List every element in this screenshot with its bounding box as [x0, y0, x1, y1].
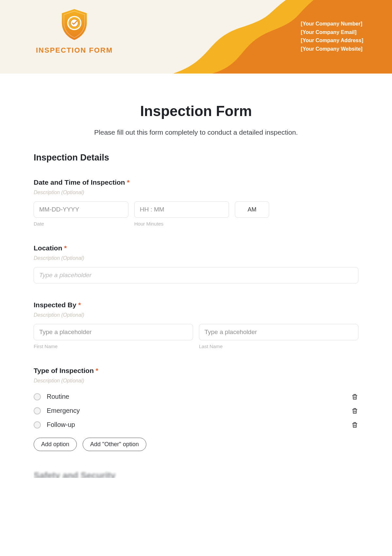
date-input[interactable]: [34, 201, 128, 218]
time-caption: Hour Minutes: [134, 221, 229, 227]
company-info: [Your Company Number] [Your Company Emai…: [301, 20, 363, 53]
last-name-input[interactable]: [199, 324, 358, 340]
radio-label[interactable]: Emergency: [47, 407, 351, 414]
field-description[interactable]: Description (Optional): [34, 255, 358, 261]
radio-input[interactable]: [34, 393, 41, 400]
field-label: Location *: [34, 244, 358, 252]
required-asterisk: *: [64, 244, 67, 252]
section-safety-security-partial: Safety and Security: [34, 471, 358, 478]
field-label-text: Date and Time of Inspection: [34, 178, 125, 186]
section-inspection-details: Inspection Details: [34, 153, 358, 163]
field-label: Inspected By *: [34, 301, 358, 309]
form-content: Inspection Form Please fill out this for…: [0, 74, 392, 478]
radio-option: Routine: [34, 390, 358, 404]
shield-badge-icon: [59, 8, 90, 41]
header-banner: INSPECTION FORM [Your Company Number] [Y…: [0, 0, 392, 74]
first-name-caption: First Name: [34, 344, 193, 349]
radio-input[interactable]: [34, 407, 41, 414]
page-subtitle: Please fill out this form completely to …: [34, 128, 358, 136]
cutoff-text: Safety and Security: [34, 471, 116, 478]
time-input[interactable]: [134, 201, 229, 218]
logo-title: INSPECTION FORM: [36, 46, 113, 55]
add-other-option-button[interactable]: Add "Other" option: [83, 438, 146, 451]
radio-input[interactable]: [34, 421, 41, 429]
field-label: Type of Inspection *: [34, 367, 358, 375]
company-email: [Your Company Email]: [301, 28, 363, 37]
location-input[interactable]: [34, 267, 358, 283]
company-website: [Your Company Website]: [301, 45, 363, 53]
radio-option: Emergency: [34, 404, 358, 418]
required-asterisk: *: [96, 367, 98, 374]
field-label-text: Inspected By: [34, 301, 76, 309]
required-asterisk: *: [127, 178, 130, 186]
last-name-caption: Last Name: [199, 344, 358, 349]
field-location: Location * Description (Optional): [34, 244, 358, 283]
required-asterisk: *: [78, 301, 81, 309]
field-description[interactable]: Description (Optional): [34, 190, 358, 195]
field-inspected-by: Inspected By * Description (Optional) Fi…: [34, 301, 358, 349]
radio-label[interactable]: Routine: [47, 393, 351, 400]
ampm-toggle[interactable]: AM: [235, 201, 269, 218]
field-datetime: Date and Time of Inspection * Descriptio…: [34, 178, 358, 227]
field-description[interactable]: Description (Optional): [34, 378, 358, 384]
logo-block: INSPECTION FORM: [36, 8, 113, 55]
date-caption: Date: [34, 221, 128, 227]
company-number: [Your Company Number]: [301, 20, 363, 28]
radio-label[interactable]: Follow-up: [47, 421, 351, 429]
field-label-text: Type of Inspection: [34, 367, 94, 374]
radio-option: Follow-up: [34, 418, 358, 432]
trash-icon[interactable]: [351, 421, 358, 429]
field-type-of-inspection: Type of Inspection * Description (Option…: [34, 367, 358, 451]
page-title: Inspection Form: [34, 103, 358, 119]
first-name-input[interactable]: [34, 324, 193, 340]
add-option-button[interactable]: Add option: [34, 438, 77, 451]
field-label-text: Location: [34, 244, 62, 252]
company-address: [Your Company Address]: [301, 36, 363, 45]
field-label: Date and Time of Inspection *: [34, 178, 358, 186]
field-description[interactable]: Description (Optional): [34, 312, 358, 318]
trash-icon[interactable]: [351, 407, 358, 414]
trash-icon[interactable]: [351, 393, 358, 400]
